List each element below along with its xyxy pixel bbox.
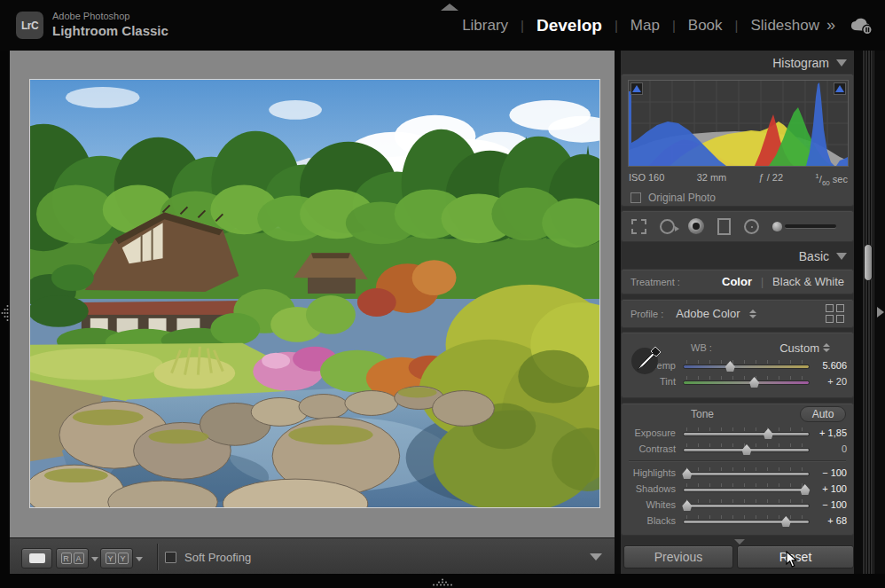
treatment-bw-option[interactable]: Black & White xyxy=(772,275,844,288)
scrollbar-thumb[interactable] xyxy=(864,244,873,281)
shadows-value[interactable]: + 100 xyxy=(810,483,847,494)
nav-slideshow[interactable]: Slideshow xyxy=(750,17,819,35)
whites-slider[interactable] xyxy=(683,498,810,511)
develop-panel: Histogram xyxy=(621,51,854,574)
iso-value: ISO 160 xyxy=(629,172,664,187)
shadows-label: Shadows xyxy=(628,483,683,494)
contrast-slider[interactable] xyxy=(683,443,810,455)
loupe-view-button[interactable] xyxy=(21,548,52,568)
updown-arrows-icon[interactable] xyxy=(823,343,830,352)
whites-value[interactable]: − 100 xyxy=(810,499,847,510)
profile-browser-icon[interactable] xyxy=(826,304,844,323)
nav-separator: | xyxy=(615,18,618,33)
brand-block: Adobe Photoshop Lightroom Classic xyxy=(52,11,168,40)
previous-button[interactable]: Previous xyxy=(623,545,733,568)
panel-end-icon[interactable] xyxy=(734,539,745,545)
nav-map[interactable]: Map xyxy=(630,17,660,35)
treatment-divider: | xyxy=(761,276,764,288)
basic-header[interactable]: Basic xyxy=(621,247,854,265)
exposure-label: Exposure xyxy=(628,427,683,438)
aperture-value: ƒ / 22 xyxy=(759,172,784,187)
profile-select[interactable]: Adobe Color xyxy=(676,307,740,320)
compare-dropdown-icon[interactable] xyxy=(91,557,98,561)
nav-separator: | xyxy=(672,18,676,33)
cloud-sync-icon[interactable] xyxy=(848,15,874,36)
treatment-box: Treatment : Color | Black & White xyxy=(621,269,854,294)
tone-box: Tone Auto Exposure + 1,85 Contrast xyxy=(621,403,854,536)
crop-icon[interactable] xyxy=(631,216,646,237)
highlights-label: Highlights xyxy=(628,467,683,478)
highlights-value[interactable]: − 100 xyxy=(810,467,847,478)
tone-divider xyxy=(629,460,846,461)
whites-slider-row: Whites − 100 xyxy=(622,497,853,513)
toolbar-divider xyxy=(157,544,158,570)
histogram-title: Histogram xyxy=(772,56,829,70)
treatment-color-option[interactable]: Color xyxy=(722,275,752,288)
panel-edge-ribs xyxy=(862,51,874,574)
healing-icon[interactable] xyxy=(660,216,675,237)
wb-box: WB : Custom Temp 5.606 Tint xyxy=(621,332,854,398)
whites-label: Whites xyxy=(628,499,683,510)
before-after-dropdown-icon[interactable] xyxy=(136,557,143,561)
histogram-header[interactable]: Histogram xyxy=(621,54,854,72)
temp-slider[interactable] xyxy=(683,359,810,372)
radial-filter-icon[interactable] xyxy=(744,216,759,237)
toolbar-menu-icon[interactable] xyxy=(590,553,602,561)
highlights-slider[interactable] xyxy=(683,466,810,479)
contrast-value[interactable]: 0 xyxy=(810,443,847,454)
nav-library[interactable]: Library xyxy=(462,17,508,35)
before-after-button[interactable]: Y Y xyxy=(100,548,133,568)
blacks-label: Blacks xyxy=(628,515,683,526)
basic-disclosure-icon[interactable] xyxy=(836,253,847,260)
nav-book[interactable]: Book xyxy=(688,17,723,35)
cursor-icon xyxy=(786,551,800,568)
module-picker: Library | Develop | Map | Book | Slidesh… xyxy=(462,0,874,51)
collapse-top-icon[interactable] xyxy=(441,4,458,11)
shadow-clipping-button[interactable] xyxy=(630,82,643,95)
shutter-value: 1/60 sec xyxy=(815,172,848,187)
highlight-clipping-icon xyxy=(835,85,844,92)
collapse-right-icon[interactable] xyxy=(877,307,884,318)
exposure-slider-row: Exposure + 1,85 xyxy=(622,425,853,441)
treatment-label: Treatment : xyxy=(630,277,722,287)
original-photo-checkbox[interactable] xyxy=(630,192,641,203)
adjustment-brush-icon[interactable] xyxy=(772,216,836,237)
auto-button[interactable]: Auto xyxy=(800,406,846,422)
exif-stats: ISO 160 32 mm ƒ / 22 1/60 sec xyxy=(629,172,848,187)
shadows-slider[interactable] xyxy=(683,482,810,495)
photo-canvas[interactable] xyxy=(29,79,600,508)
wb-eyedropper-icon[interactable] xyxy=(629,341,664,377)
profile-box: Profile : Adobe Color xyxy=(621,299,854,328)
collapse-left-icon[interactable] xyxy=(1,305,9,321)
develop-canvas-area xyxy=(10,51,615,537)
basic-title: Basic xyxy=(799,249,829,263)
histogram-disclosure-icon[interactable] xyxy=(836,59,847,67)
before-after-icon: Y xyxy=(106,553,116,564)
collapse-bottom-icon[interactable] xyxy=(432,578,453,586)
blacks-value[interactable]: + 68 xyxy=(810,515,847,526)
compare-view-button[interactable]: R A xyxy=(56,548,89,568)
exposure-value[interactable]: + 1,85 xyxy=(810,427,847,438)
soft-proofing-checkbox[interactable] xyxy=(165,552,176,563)
temp-value[interactable]: 5.606 xyxy=(810,360,847,371)
focal-length-value: 32 mm xyxy=(697,172,727,187)
blacks-slider-row: Blacks + 68 xyxy=(622,513,853,529)
compare-view-icon: A xyxy=(74,553,84,564)
brand-bottom: Lightroom Classic xyxy=(52,23,168,40)
tint-value[interactable]: + 20 xyxy=(810,376,847,387)
histogram-plot[interactable] xyxy=(628,80,849,167)
shadows-slider-row: Shadows + 100 xyxy=(622,481,853,497)
tool-strip xyxy=(621,210,854,242)
graduated-filter-icon[interactable] xyxy=(717,216,731,237)
nav-overflow-chevrons[interactable]: » xyxy=(826,16,835,35)
exposure-slider[interactable] xyxy=(683,427,810,439)
highlight-clipping-button[interactable] xyxy=(834,82,846,95)
soft-proofing-control: Soft Proofing xyxy=(165,551,251,564)
updown-arrows-icon[interactable] xyxy=(749,310,756,318)
tint-slider[interactable] xyxy=(683,375,810,388)
nav-develop[interactable]: Develop xyxy=(536,16,602,35)
blacks-slider[interactable] xyxy=(683,514,810,527)
wb-select[interactable]: Custom xyxy=(779,341,819,355)
red-eye-icon[interactable] xyxy=(688,216,704,237)
original-photo-control: Original Photo xyxy=(630,192,716,204)
